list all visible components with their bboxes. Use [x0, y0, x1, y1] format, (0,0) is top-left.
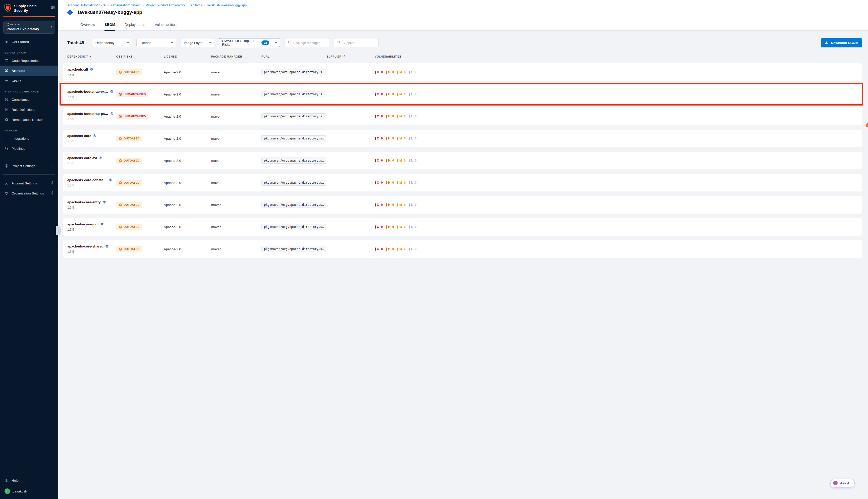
package-manager-cell: maven — [211, 225, 261, 229]
supplier-input[interactable] — [343, 41, 376, 45]
vulnerability-counts: C0 H0 M0 L0 — [375, 70, 434, 74]
sidebar-item-label: Organization Settings — [12, 192, 44, 195]
critical-count: C0 — [375, 114, 383, 118]
purl-cell: pkg:maven/org.apache.directory.s… — [261, 202, 326, 208]
table-row[interactable]: apacheds-core-avl 1.5.5 — [63, 152, 434, 169]
oss-risk-label: UNMAINTAINED — [124, 115, 146, 118]
sidebar-item-label: Code Repositories — [12, 59, 39, 63]
dependency-name: apacheds-bootstrap-pa… — [67, 112, 108, 115]
search-icon — [288, 40, 292, 45]
sidebar-item-rule-definitions[interactable]: Rule Definitions — [0, 105, 58, 114]
high-count: H0 — [386, 159, 394, 162]
sidebar-item-code-repositories[interactable]: Code Repositories — [0, 56, 58, 65]
sidebar-item-account-settings[interactable]: Account Settings ⓘ — [0, 178, 58, 188]
sort-arrows-icon[interactable] — [343, 55, 345, 58]
breadcrumb-separator: › — [108, 3, 109, 7]
column-dependency[interactable]: DEPENDENCY — [67, 55, 116, 58]
dependency-name: apacheds-bootstrap-ex… — [67, 90, 108, 94]
table-row[interactable]: apacheds-bootstrap-pa… 1.5.5 — [63, 108, 434, 125]
low-count: L0 — [409, 181, 417, 184]
layers-icon — [100, 222, 104, 226]
sidebar-item-integrations[interactable]: Integrations — [0, 133, 58, 144]
table-row[interactable]: apacheds-core-shared 1.5.5 — [63, 240, 434, 250]
purl-cell: pkg:maven/org.apache.directory.s… — [261, 180, 326, 186]
section-label-risk-compliance: RISK AND COMPLIANCE — [0, 86, 58, 95]
project-selector[interactable]: PROJECT Product Exploratory — [3, 21, 55, 34]
tab-deployments[interactable]: Deployments — [125, 23, 145, 31]
sidebar-item-remediation-tracker[interactable]: Remediation Tracker — [0, 114, 58, 125]
package-manager-input[interactable] — [293, 41, 326, 45]
account-icon — [4, 181, 9, 185]
medium-count: M0 — [397, 181, 406, 184]
oss-risk-cell: OUTDATED — [116, 180, 164, 186]
dependency-cell: apacheds-core-jndi 1.5.5 — [67, 222, 116, 231]
sidebar-item-compliance[interactable]: Compliance — [0, 95, 58, 105]
oss-risk-badge: OUTDATED — [116, 246, 142, 250]
sidebar: Supply Chain Security PROJECT Product Ex… — [0, 0, 58, 250]
table-row[interactable]: apacheds-all 1.5.5 — [63, 63, 434, 81]
divider — [3, 157, 55, 157]
table-row[interactable]: apacheds-core-jndi 1.5.5 — [63, 218, 434, 236]
layers-icon — [90, 68, 94, 71]
package-manager-cell: maven — [211, 203, 261, 207]
sidebar-item-get-started[interactable]: Get Started — [0, 37, 58, 47]
breadcrumb-link-account[interactable]: Account: Automation-SSCA — [67, 3, 106, 7]
purl-cell: pkg:maven/org.apache.directory.s… — [261, 113, 326, 119]
low-bar-icon — [409, 159, 410, 162]
sidebar-item-project-settings[interactable]: Project Settings — [0, 161, 58, 171]
image-layer-filter[interactable]: Image Layer — [181, 38, 214, 47]
table-row[interactable]: apacheds-core 1.5.5 — [63, 130, 434, 147]
sidebar-item-pipelines[interactable]: Pipelines — [0, 144, 58, 154]
sidebar-item-organization-settings[interactable]: Organization Settings ⓘ — [0, 188, 58, 198]
table-row[interactable]: apacheds-bootstrap-ex… 1.5.5 — [63, 85, 434, 103]
tab-vulnerabilities[interactable]: Vulnerabilities — [155, 23, 176, 31]
medium-count: M0 — [397, 70, 406, 74]
table-header: DEPENDENCY OSS RISKS LICENSE PACKAGE MAN… — [67, 55, 434, 58]
dependency-name: apacheds-all — [67, 68, 88, 71]
sidebar-nav: Get Started SUPPLY CHAIN Code Repositori… — [0, 35, 58, 250]
breadcrumb-separator: › — [204, 3, 205, 7]
critical-count: C0 — [375, 247, 383, 250]
chevron-down-icon — [271, 42, 277, 44]
sidebar-item-cicd[interactable]: ∞ CI/CD — [0, 76, 58, 86]
clock-icon — [119, 137, 122, 140]
module-grid-icon[interactable] — [51, 3, 55, 11]
column-vulnerabilities: VULNERABILITIES — [375, 55, 434, 58]
purl-cell: pkg:maven/org.apache.directory.s… — [261, 69, 326, 75]
medium-count: M0 — [397, 203, 406, 207]
purl-pill: pkg:maven/org.apache.directory.s… — [261, 224, 326, 230]
package-manager-cell: maven — [211, 181, 261, 185]
sidebar-item-artifacts[interactable]: Artifacts — [0, 65, 58, 76]
chevron-right-icon — [50, 25, 53, 29]
dependency-cell: apacheds-bootstrap-pa… 1.5.5 — [67, 112, 116, 121]
dependency-cell: apacheds-all 1.5.5 — [67, 68, 116, 77]
breadcrumb-link-project[interactable]: Project: Product Exploratory — [146, 3, 185, 7]
oss-risk-label: OUTDATED — [124, 159, 140, 162]
dependency-cell: apacheds-bootstrap-ex… 1.5.5 — [67, 90, 116, 99]
layers-icon — [110, 90, 113, 94]
oss-risk-cell: UNMAINTAINED — [116, 92, 164, 97]
oss-risk-cell: OUTDATED — [116, 158, 164, 163]
tab-sbom[interactable]: SBOM — [104, 23, 115, 31]
purl-cell: pkg:maven/org.apache.directory.s… — [261, 91, 326, 97]
organization-icon — [4, 191, 9, 195]
page-header: Account: Automation-SSCA›Organization: d… — [58, 0, 434, 31]
medium-count: M0 — [397, 159, 406, 162]
owasp-risks-filter[interactable]: OWASP OSS Top 10 Risks 02 — [219, 38, 280, 47]
column-supplier[interactable]: SUPPLIER — [326, 55, 375, 58]
column-purl: PURL — [261, 55, 326, 58]
breadcrumb-link-artifact-name[interactable]: lavakush07/easy-buggy-app — [208, 3, 247, 7]
critical-count: C0 — [375, 93, 383, 96]
license-filter[interactable]: License — [136, 38, 176, 47]
table-row[interactable]: apacheds-core-consta… 1.5.5 — [63, 174, 434, 192]
breadcrumb-link-artifacts[interactable]: Artifacts — [190, 3, 202, 7]
sort-caret-icon[interactable] — [89, 56, 92, 57]
tab-overview[interactable]: Overview — [80, 23, 95, 31]
purl-cell: pkg:maven/org.apache.directory.s… — [261, 246, 326, 250]
section-label-manage: MANAGE — [0, 125, 58, 133]
high-count: H0 — [386, 70, 394, 74]
dependency-filter[interactable]: Dependency — [92, 38, 132, 47]
breadcrumb-link-organization[interactable]: Organization: default — [111, 3, 140, 7]
critical-bar-icon — [375, 203, 376, 207]
table-row[interactable]: apacheds-core-entry 1.5.5 — [63, 196, 434, 214]
